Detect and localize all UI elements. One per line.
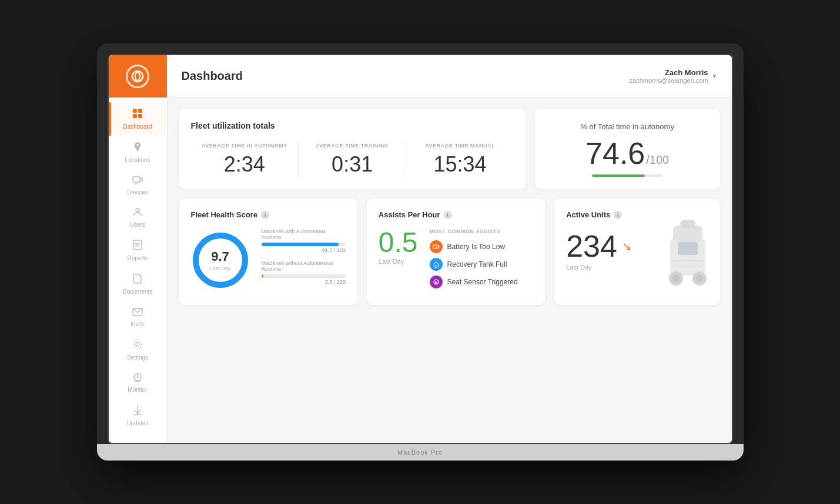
fleet-stat-training: Average Time Training 0:31 — [299, 143, 406, 177]
health-legend: Machines with Autonomous Runtime 91.5 / … — [262, 229, 346, 292]
macbook-label: MacBook Pro — [397, 449, 443, 456]
page-title: Dashboard — [182, 69, 243, 83]
health-content: 9.7 Last Day Machines with Autonomous Ru… — [191, 229, 346, 292]
sidebar-item-devices[interactable]: Devices — [109, 169, 167, 201]
fleet-stat-autonomy: Average Time In Autonomy 2:34 — [191, 143, 298, 177]
fleet-stat-label-autonomy: Average Time In Autonomy — [191, 143, 298, 149]
svg-point-18 — [137, 377, 139, 378]
assists-card: Assists Per Hour i 0.5 Last Day Most Com… — [367, 199, 545, 305]
bottom-cards-row: Fleet Health Score i — [179, 199, 720, 305]
health-legend-label-autonomous: Machines with Autonomous Runtime — [262, 229, 346, 240]
sidebar-item-users[interactable]: Users — [109, 201, 167, 234]
svg-point-15 — [136, 342, 139, 346]
sidebar-item-label-dashboard: Dashboard — [123, 123, 152, 130]
svg-rect-34 — [680, 220, 695, 228]
assist-item-battery: Battery Is Too Low — [430, 240, 518, 253]
fleet-health-title: Fleet Health Score i — [191, 210, 346, 219]
top-cards-row: Fleet utilization totals Average Time In… — [179, 109, 720, 189]
user-menu[interactable]: Zach Morris zachmorris@seamgen.com ▼ — [630, 68, 718, 84]
robot-illustration — [655, 199, 720, 305]
sidebar-item-updates[interactable]: Updates — [109, 399, 167, 432]
app-header: Dashboard Zach Morris zachmorris@seamgen… — [168, 55, 732, 98]
units-value: 234 — [566, 229, 617, 264]
svg-rect-7 — [140, 178, 143, 182]
assists-list-title: Most Common Assists — [430, 229, 518, 234]
sidebar-item-label-users: Users — [130, 221, 145, 228]
main-content: Dashboard Zach Morris zachmorris@seamgen… — [168, 55, 732, 443]
documents-icon — [133, 273, 142, 287]
assists-info-icon[interactable]: i — [444, 211, 452, 219]
sidebar-item-invite[interactable]: Invite — [109, 301, 167, 333]
assists-sub: Last Day — [379, 258, 418, 265]
autonomy-title: % of Total time in autonomy — [580, 122, 674, 131]
autonomy-card: % of Total time in autonomy 74.6 /100 — [535, 109, 720, 189]
svg-rect-2 — [133, 109, 137, 113]
svg-rect-39 — [678, 242, 698, 255]
sidebar-item-label-updates: Updates — [126, 420, 148, 426]
health-bar-autonomous-bg — [262, 243, 346, 246]
health-bar-autonomous-score: 91.5 / 100 — [262, 247, 346, 253]
svg-point-38 — [696, 275, 703, 282]
sidebar-item-reports[interactable]: Reports — [109, 234, 167, 267]
user-name: Zach Morris — [630, 68, 708, 77]
sidebar-item-documents[interactable]: Documents — [109, 267, 167, 301]
donut-label: Last Day — [210, 266, 231, 271]
sidebar: Dashboard Locations — [109, 55, 168, 443]
units-trend-icon: ↘ — [622, 239, 632, 253]
autonomy-bar-fill — [592, 174, 645, 177]
svg-point-9 — [136, 209, 139, 212]
chevron-down-icon: ▼ — [712, 73, 718, 79]
recovery-badge — [430, 258, 443, 271]
assists-list: Most Common Assists — [430, 229, 518, 293]
health-legend-item-autonomous: Machines with Autonomous Runtime 91.5 / … — [262, 229, 346, 253]
active-units-card: Active Units i 234 ↘ Last Day — [554, 199, 719, 305]
svg-point-37 — [672, 275, 680, 282]
user-info: Zach Morris zachmorris@seamgen.com — [630, 68, 708, 84]
locations-icon — [133, 142, 142, 155]
dashboard-icon — [132, 108, 143, 122]
sidebar-item-label-monitor: Monitor — [128, 387, 147, 393]
health-legend-item-no-autonomous: Machines without Autonomous Runtime 2.5 … — [262, 260, 346, 285]
health-bar-no-autonomous-score: 2.5 / 100 — [262, 279, 346, 285]
sidebar-item-settings[interactable]: Settings — [109, 333, 167, 367]
svg-point-1 — [135, 72, 140, 80]
assist-item-seat: M Seat Sensor Triggered — [430, 275, 518, 288]
donut-value: 9.7 — [210, 249, 231, 264]
seat-badge: M — [430, 275, 443, 288]
battery-badge — [430, 240, 443, 253]
sidebar-item-label-settings: Settings — [127, 354, 148, 361]
active-units-info-icon[interactable]: i — [614, 211, 622, 219]
autonomy-value: 74.6 — [585, 138, 645, 169]
donut-center: 9.7 Last Day — [210, 249, 231, 271]
sidebar-item-label-documents: Documents — [123, 288, 153, 295]
sidebar-item-wrapper-dashboard: Dashboard — [109, 102, 167, 136]
autonomy-denom: /100 — [646, 153, 669, 167]
autonomy-value-group: 74.6 /100 — [585, 138, 669, 169]
fleet-stats: Average Time In Autonomy 2:34 Average Ti… — [191, 142, 514, 177]
fleet-stat-manual: Average Time Manual 15:34 — [406, 143, 513, 177]
svg-rect-5 — [138, 114, 142, 118]
assists-title: Assists Per Hour i — [379, 210, 533, 219]
fleet-utilization-card: Fleet utilization totals Average Time In… — [179, 109, 526, 189]
sidebar-item-locations[interactable]: Locations — [109, 136, 167, 169]
user-email: zachmorris@seamgen.com — [630, 77, 708, 84]
svg-rect-3 — [138, 109, 142, 113]
sidebar-item-monitor[interactable]: Monitor — [109, 367, 167, 399]
svg-rect-6 — [133, 177, 140, 182]
monitor-icon — [132, 372, 143, 385]
sidebar-logo — [109, 55, 167, 98]
assist-label-recovery: Recovery Tank Full — [447, 260, 507, 268]
assist-item-recovery: Recovery Tank Full — [430, 258, 518, 271]
devices-icon — [132, 175, 143, 187]
assists-main: 0.5 Last Day — [379, 229, 418, 293]
sidebar-nav: Dashboard Locations — [109, 98, 167, 432]
invite-icon — [132, 307, 143, 319]
sidebar-item-label-devices: Devices — [127, 189, 148, 196]
sidebar-item-dashboard[interactable]: Dashboard — [109, 102, 167, 136]
svg-rect-33 — [673, 226, 702, 242]
content-area: Fleet utilization totals Average Time In… — [168, 98, 732, 443]
assists-value: 0.5 — [379, 229, 418, 257]
fleet-stat-value-training: 0:31 — [299, 152, 406, 177]
fleet-health-info-icon[interactable]: i — [261, 211, 269, 219]
settings-icon — [132, 339, 143, 352]
